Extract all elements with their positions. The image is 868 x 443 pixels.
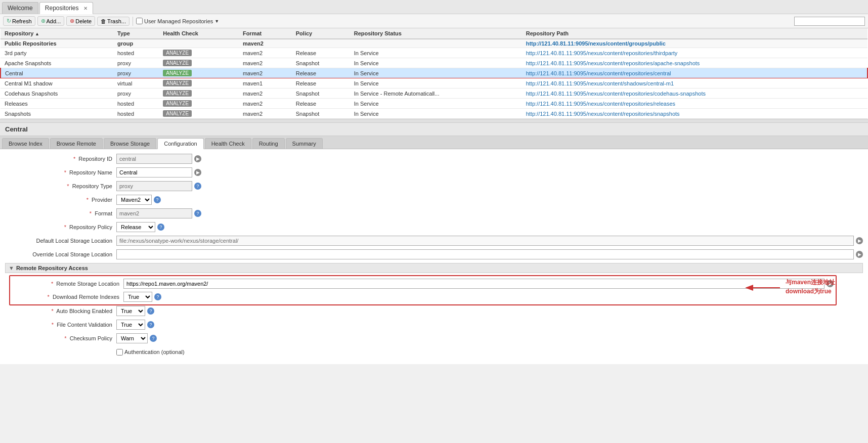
col-header-policy[interactable]: Policy xyxy=(292,28,350,39)
col-header-path[interactable]: Repository Path xyxy=(522,28,867,39)
table-row[interactable]: Codehaus Snapshots proxy ANALYZE maven2 … xyxy=(1,88,867,99)
repo-analyze[interactable]: ANALYZE xyxy=(159,88,239,99)
repo-format: maven2 xyxy=(239,48,292,58)
form-row-download: * Download Remote Indexes True False ? xyxy=(12,291,834,302)
table-row-central[interactable]: Central proxy ANALYZE maven2 Release In … xyxy=(1,68,867,78)
tab-browse-index[interactable]: Browse Index xyxy=(2,138,49,149)
table-row[interactable]: Apache Snapshots proxy ANALYZE maven2 Sn… xyxy=(1,58,867,68)
checksum-help-icon[interactable]: ? xyxy=(150,335,157,342)
override-local-input[interactable] xyxy=(116,249,854,259)
refresh-button[interactable]: ↻ Refresh xyxy=(3,16,35,26)
analyze-button[interactable]: ANALYZE xyxy=(163,100,192,107)
repo-analyze[interactable]: ANALYZE xyxy=(159,48,239,58)
table-row[interactable]: Snapshots hosted ANALYZE maven2 Snapshot… xyxy=(1,109,867,119)
col-header-repository[interactable]: Repository xyxy=(1,28,113,39)
analyze-button[interactable]: ANALYZE xyxy=(163,60,192,66)
section-toggle-icon[interactable]: ▼ xyxy=(9,265,14,271)
path-link-public[interactable]: http://121.40.81.11:9095/nexus/content/g… xyxy=(526,40,666,47)
table-row[interactable]: Releases hosted ANALYZE maven2 Release I… xyxy=(1,99,867,109)
checksum-label-text: Checksum Policy xyxy=(70,335,112,341)
override-local-info-icon: ▶ xyxy=(856,251,863,258)
repo-format: maven2 xyxy=(239,99,292,109)
analyze-button[interactable]: ANALYZE xyxy=(163,90,192,97)
tab-browse-storage[interactable]: Browse Storage xyxy=(104,138,156,149)
default-local-info-icon: ▶ xyxy=(856,237,863,244)
path-link-central[interactable]: http://121.40.81.11:9095/nexus/content/r… xyxy=(526,70,671,76)
trash-button[interactable]: 🗑 Trash... xyxy=(97,17,129,26)
repo-analyze[interactable]: ANALYZE xyxy=(159,58,239,68)
repo-name-info-icon: ▶ xyxy=(194,169,201,176)
remote-storage-input[interactable] xyxy=(123,279,824,289)
checksum-select[interactable]: Warn Strict Ignore xyxy=(116,333,148,343)
repo-analyze[interactable]: ANALYZE xyxy=(159,99,239,109)
required-star: * xyxy=(48,294,50,300)
tab-configuration[interactable]: Configuration xyxy=(157,138,203,149)
repo-name: Snapshots xyxy=(1,109,113,119)
form-row-auth: Authentication (optional) xyxy=(5,346,863,358)
table-row[interactable]: Central M1 shadow virtual ANALYZE maven1… xyxy=(1,78,867,88)
user-managed-checkbox[interactable] xyxy=(136,18,143,24)
path-link[interactable]: http://121.40.81.11:9095/nexus/content/r… xyxy=(526,60,700,66)
format-help-icon[interactable]: ? xyxy=(194,210,201,217)
table-row[interactable]: 3rd party hosted ANALYZE maven2 Release … xyxy=(1,48,867,58)
tab-routing[interactable]: Routing xyxy=(252,138,285,149)
path-link[interactable]: http://121.40.81.11:9095/nexus/content/r… xyxy=(526,50,678,56)
section-analyze-public xyxy=(159,39,239,48)
form-row-auto-blocking: * Auto Blocking Enabled True False ? xyxy=(5,305,863,317)
provider-help-icon[interactable]: ? xyxy=(154,196,161,203)
repo-analyze[interactable]: ANALYZE xyxy=(159,109,239,119)
tab-repositories[interactable]: Repositories ✕ xyxy=(39,2,93,14)
tab-welcome[interactable]: Welcome xyxy=(2,2,38,14)
form-row-repo-type: * Repository Type ? xyxy=(5,181,863,192)
add-label: Add... xyxy=(47,18,61,24)
required-star: * xyxy=(67,183,69,189)
required-star: * xyxy=(52,308,54,314)
col-header-status[interactable]: Repository Status xyxy=(350,28,522,39)
form-row-remote-storage: * Remote Storage Location ▶ xyxy=(12,278,834,289)
repo-analyze[interactable]: ANALYZE xyxy=(159,78,239,88)
path-link[interactable]: http://121.40.81.11:9095/nexus/content/s… xyxy=(526,80,674,86)
repo-type-help-icon[interactable]: ? xyxy=(194,183,201,190)
file-content-select[interactable]: True False xyxy=(116,320,145,330)
repo-analyze-central[interactable]: ANALYZE xyxy=(159,68,239,78)
repo-name-input[interactable] xyxy=(116,167,192,178)
remote-section-label: Remote Repository Access xyxy=(16,265,88,271)
auth-checkbox[interactable] xyxy=(116,349,123,356)
tab-browse-remote[interactable]: Browse Remote xyxy=(50,138,103,149)
tab-health-check[interactable]: Health Check xyxy=(205,138,251,149)
repo-path-central: http://121.40.81.11:9095/nexus/content/r… xyxy=(522,68,867,78)
path-link[interactable]: http://121.40.81.11:9095/nexus/content/r… xyxy=(526,111,680,117)
auto-blocking-help-icon[interactable]: ? xyxy=(147,307,154,315)
repo-name-label-text: Repository Name xyxy=(69,169,112,175)
col-header-type[interactable]: Type xyxy=(113,28,159,39)
delete-icon: ⊗ xyxy=(70,18,74,24)
analyze-button[interactable]: ANALYZE xyxy=(163,110,192,117)
col-header-healthcheck[interactable]: Health Check xyxy=(159,28,239,39)
format-label: * Format xyxy=(5,210,116,216)
path-link[interactable]: http://121.40.81.11:9095/nexus/content/r… xyxy=(526,101,675,107)
tab-summary[interactable]: Summary xyxy=(286,138,323,149)
add-button[interactable]: ⊕ Add... xyxy=(37,16,65,26)
search-input[interactable] xyxy=(794,17,865,26)
provider-select[interactable]: Maven2 xyxy=(116,195,152,205)
annotation-arrow xyxy=(742,278,783,298)
user-managed-dropdown-icon[interactable]: ▼ xyxy=(214,19,219,24)
default-local-label: Default Local Storage Location xyxy=(5,238,116,244)
analyze-button-central[interactable]: ANALYZE xyxy=(163,70,192,76)
policy-help-icon[interactable]: ? xyxy=(157,224,164,231)
repo-name: 3rd party xyxy=(1,48,113,58)
auto-blocking-select[interactable]: True False xyxy=(116,306,145,316)
col-header-format[interactable]: Format xyxy=(239,28,292,39)
download-label: * Download Remote Indexes xyxy=(12,294,123,300)
download-help-icon[interactable]: ? xyxy=(154,293,161,300)
path-link[interactable]: http://121.40.81.11:9095/nexus/content/r… xyxy=(526,91,706,97)
delete-button[interactable]: ⊗ Delete xyxy=(66,16,95,26)
tab-close-icon[interactable]: ✕ xyxy=(83,6,88,11)
analyze-button[interactable]: ANALYZE xyxy=(163,80,192,86)
file-content-help-icon[interactable]: ? xyxy=(147,321,154,328)
analyze-button[interactable]: ANALYZE xyxy=(163,50,192,56)
repo-status-central: In Service xyxy=(350,68,522,78)
policy-select[interactable]: Release Snapshot xyxy=(116,222,155,232)
download-select[interactable]: True False xyxy=(123,292,152,302)
repo-status: In Service xyxy=(350,99,522,109)
